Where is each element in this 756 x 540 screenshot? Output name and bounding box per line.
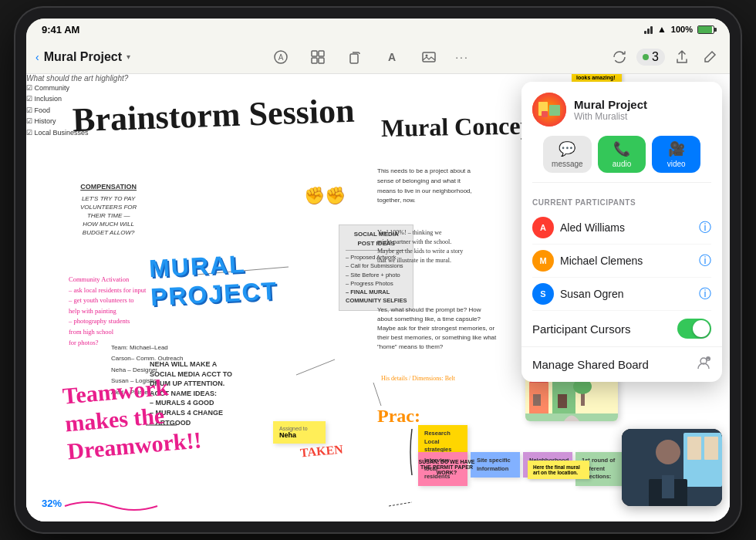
- toolbar-center: A A ···: [137, 46, 602, 68]
- refresh-icon[interactable]: [609, 46, 630, 68]
- audio-label: audio: [613, 160, 631, 168]
- panel-name-group: Mural Project With Muralist: [574, 98, 647, 122]
- participant-row: A Aled Williams ⓘ: [532, 211, 711, 245]
- battery-icon: [697, 25, 714, 34]
- participant-avatar-1: A: [532, 217, 554, 238]
- cursors-label: Participant Cursors: [532, 322, 631, 336]
- pencil-edit-icon[interactable]: [699, 46, 721, 68]
- participant-info-btn-2[interactable]: ⓘ: [699, 253, 711, 269]
- participant-row: M Michael Clemens ⓘ: [532, 245, 711, 278]
- svg-rect-4: [312, 58, 317, 63]
- video-icon: 🎥: [668, 140, 685, 157]
- audio-button[interactable]: 📞 audio: [598, 136, 646, 173]
- message-icon: 💬: [559, 140, 575, 157]
- svg-text:A: A: [278, 53, 284, 62]
- concepts-text: This needs to be a project about a sense…: [377, 167, 501, 206]
- share-icon[interactable]: [671, 46, 693, 68]
- battery-percent: 100%: [671, 25, 693, 34]
- participant-avatar-2: M: [532, 250, 554, 272]
- third-comment-text: Yes, what should the prompt be? How abou…: [377, 305, 497, 352]
- svg-line-11: [296, 359, 335, 375]
- svg-rect-8: [423, 52, 435, 62]
- participant-info-btn-1[interactable]: ⓘ: [699, 220, 711, 236]
- community-activation-text: Community Activation– ask local resident…: [69, 275, 146, 348]
- taken-label: TAKEN: [299, 443, 343, 461]
- right-panel: Mural Project With Muralist 💬 message 📞 …: [521, 82, 722, 382]
- participant-name-3: Susan Ogren: [560, 288, 624, 300]
- svg-rect-16: [533, 394, 541, 406]
- participant-name-2: Michael Clemens: [560, 255, 643, 267]
- svg-rect-34: [704, 437, 718, 460]
- prac-label: Prac:: [377, 406, 420, 427]
- ipad-screen: 9:41 AM ▲ 100% ‹ Mural Project ▾: [26, 19, 730, 521]
- image-tool-icon[interactable]: [418, 46, 440, 68]
- back-chevron-icon[interactable]: ‹: [35, 51, 39, 63]
- markup-tool-icon[interactable]: A: [270, 46, 292, 68]
- fist-emoji: ✊✊: [304, 186, 346, 206]
- online-indicator: [643, 54, 649, 60]
- svg-rect-33: [687, 437, 701, 460]
- participant-info-btn-3[interactable]: ⓘ: [699, 286, 711, 302]
- zoom-level[interactable]: 32%: [42, 498, 62, 509]
- participants-header: CURRENT PARTICIPANTS: [532, 198, 711, 207]
- yes-100-text: Yes! 100%! – thinking we might partner w…: [377, 228, 497, 265]
- status-time: 9:41 AM: [42, 24, 79, 35]
- participant-avatar-3: S: [532, 283, 554, 305]
- orange-note: His details / Dimensions: Belt: [381, 375, 455, 382]
- svg-line-12: [373, 383, 381, 406]
- collaborators-count[interactable]: 3: [636, 49, 665, 66]
- dropdown-arrow-icon[interactable]: ▾: [127, 52, 130, 61]
- panel-user-info: Mural Project With Muralist: [532, 93, 711, 127]
- svg-rect-6: [350, 54, 358, 63]
- panel-subtitle: With Muralist: [574, 111, 647, 122]
- more-tools-icon[interactable]: ···: [455, 51, 469, 63]
- svg-point-9: [426, 54, 428, 56]
- message-button[interactable]: 💬 message: [543, 136, 592, 173]
- video-button[interactable]: 🎥 video: [652, 136, 700, 173]
- compensation-text: LET'S TRY TO PAYVOLUNTEERS FORTHEIR TIME…: [80, 194, 137, 238]
- svg-rect-26: [549, 105, 560, 116]
- participants-section: CURRENT PARTICIPANTS A Aled Williams ⓘ M: [521, 191, 722, 311]
- status-right: ▲ 100%: [644, 24, 714, 35]
- teamwork-text: Teamwork makes the Dreamwork!!: [62, 371, 203, 466]
- video-label: video: [667, 160, 686, 168]
- audio-icon: 📞: [613, 140, 630, 157]
- cursors-toggle[interactable]: [677, 319, 711, 339]
- svg-rect-2: [312, 51, 317, 56]
- video-person: [622, 429, 722, 506]
- svg-point-35: [656, 440, 680, 464]
- susan-text: SUSAN, DO WE HAVETHE PERMIT PAPERWORK?: [377, 459, 516, 475]
- final-note: Here the final mural art on the location…: [528, 461, 589, 479]
- svg-text:A: A: [388, 51, 396, 63]
- panel-project-name: Mural Project: [574, 98, 647, 111]
- assigned-sticky: Assigned to Neha: [273, 421, 326, 444]
- participant-name-1: Aled Williams: [560, 221, 625, 234]
- svg-rect-3: [319, 51, 324, 56]
- svg-rect-5: [319, 58, 324, 63]
- compensation-header: COMPENSATION: [80, 182, 137, 192]
- toolbar: ‹ Mural Project ▾ A A: [26, 40, 730, 74]
- copy-icon[interactable]: [344, 46, 366, 68]
- mural-project-text: MURALPROJECT: [148, 248, 278, 312]
- svg-rect-19: [558, 394, 567, 408]
- message-label: message: [552, 160, 583, 168]
- manage-shared-board-label: Manage Shared Board: [532, 358, 649, 371]
- svg-rect-27: [542, 111, 548, 117]
- video-call-thumbnail: [622, 429, 722, 506]
- status-bar: 9:41 AM ▲ 100%: [26, 19, 730, 40]
- ipad-frame: 9:41 AM ▲ 100% ‹ Mural Project ▾: [15, 8, 741, 532]
- manage-shared-board-row[interactable]: Manage Shared Board +: [521, 347, 722, 382]
- svg-rect-37: [662, 475, 674, 498]
- grid-view-icon[interactable]: [307, 46, 329, 68]
- manage-shared-board-icon: +: [696, 355, 711, 374]
- project-title[interactable]: Mural Project: [44, 50, 122, 64]
- panel-header: Mural Project With Muralist 💬 message 📞 …: [521, 82, 722, 191]
- text-tool-icon[interactable]: A: [381, 46, 403, 68]
- canvas-area[interactable]: Brainstorm Session COMPENSATION LET'S TR…: [26, 74, 730, 521]
- compensation-section: COMPENSATION LET'S TRY TO PAYVOLUNTEERS …: [80, 182, 137, 238]
- wifi-icon: ▲: [657, 24, 667, 35]
- participant-row: S Susan Ogren ⓘ: [532, 278, 711, 311]
- toggle-knob: [693, 320, 710, 337]
- toolbar-right: 3: [609, 46, 721, 68]
- collaborators-number: 3: [652, 50, 659, 64]
